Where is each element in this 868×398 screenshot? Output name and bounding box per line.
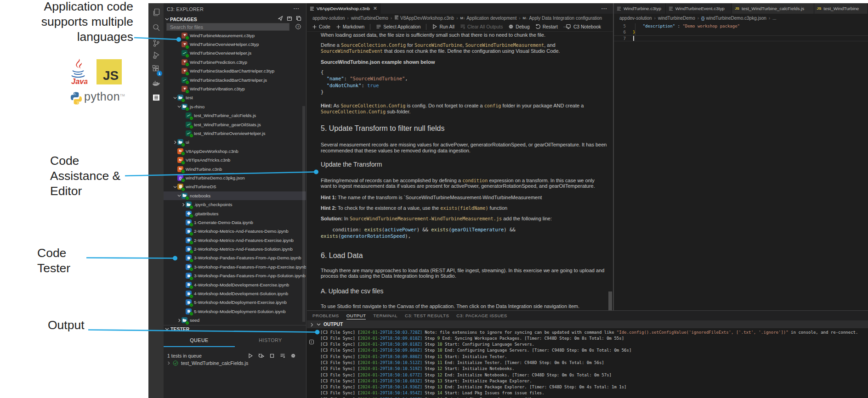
- breadcrumb-item[interactable]: appdev-solution: [619, 16, 652, 21]
- tree-item[interactable]: WindTurbineOverviewHelper.js: [164, 49, 306, 57]
- chevron-down-icon[interactable]: [176, 105, 182, 108]
- tree-item[interactable]: WindTurbinePrediction.c3typ: [164, 58, 306, 67]
- tree-item[interactable]: windTurbineDS: [164, 182, 306, 191]
- chevron-right-icon[interactable]: [181, 203, 186, 207]
- tree-item[interactable]: 2-Workshop-Metrics-And-Features-Solution…: [164, 245, 306, 253]
- toolbar-run-all-button[interactable]: Run All: [432, 24, 454, 29]
- close-icon[interactable]: ✕: [373, 6, 377, 11]
- panel-tab-c3-test-results[interactable]: C3: TEST RESULTS: [405, 311, 449, 320]
- copy-icon[interactable]: [296, 16, 301, 22]
- code-editor[interactable]: 5 "description" : "Demo workshop package…: [614, 22, 868, 310]
- tree-item[interactable]: 1-Generate-Demo-Data.ipynb: [164, 218, 306, 227]
- extensions-icon[interactable]: 1: [148, 63, 164, 75]
- toolbar-debug-button[interactable]: Debug: [508, 24, 529, 29]
- clear-list-icon[interactable]: [280, 353, 285, 359]
- chevron-down-icon[interactable]: [172, 96, 177, 100]
- tab-v8appdevworkshop[interactable]: V8AppDevWorkshop.c3nb ✕: [307, 3, 380, 14]
- ds-file-icon: [177, 184, 183, 190]
- chevron-right-icon[interactable]: [172, 140, 177, 144]
- docker-icon[interactable]: [148, 77, 164, 89]
- tab-test-windturbine[interactable]: JStest_WindTurbine: [814, 3, 868, 14]
- tab-history[interactable]: HISTORY: [235, 333, 306, 347]
- toolbar-select-application-button[interactable]: Select Application: [376, 24, 420, 29]
- tree-item[interactable]: 2-Workshop-Metrics-And-Features-Exercise…: [164, 235, 306, 244]
- chevron-right-icon[interactable]: [176, 319, 182, 322]
- help-icon[interactable]: ?: [295, 24, 301, 30]
- tree-item[interactable]: WindTurbineOverviewHelper.c3typ: [164, 40, 306, 49]
- tree-item[interactable]: 3-Workshop-Pandas-Features-From-App-Demo…: [164, 253, 306, 262]
- tree-item[interactable]: .gitattributes: [164, 209, 306, 218]
- panel-tab-output[interactable]: OUTPUT: [346, 311, 366, 320]
- tab-queue[interactable]: QUEUE: [164, 333, 235, 347]
- tree-item[interactable]: test_WindTurbineOverviewHelper.js: [164, 129, 306, 138]
- search-input[interactable]: Search for files: [166, 23, 289, 31]
- chevron-down-icon[interactable]: [176, 194, 182, 197]
- tree-item[interactable]: test_WindTurbine_calcFields.js: [164, 111, 306, 120]
- output-section-header[interactable]: OUTPUT: [307, 320, 868, 328]
- tree-item[interactable]: {}windTurbineDemo.c3pkg.json: [164, 174, 306, 182]
- toolbar-clear-all-outputs-button[interactable]: Clear All Outputs: [460, 24, 503, 29]
- breadcrumb-item[interactable]: V8AppDevWorkshop.c3nb: [394, 15, 454, 21]
- tree-item[interactable]: WindTurbineVibration.c3typ: [164, 84, 306, 93]
- breadcrumb-item[interactable]: ...: [772, 16, 776, 21]
- tab-test-windturbine-calcfields-js[interactable]: JStest_WindTurbine_calcFields.js: [732, 3, 814, 14]
- rerun-icon[interactable]: [258, 353, 264, 359]
- tree-item[interactable]: 5-Workshop-ModelDeployment-Exercise.ipyn…: [164, 298, 306, 307]
- breadcrumb-item[interactable]: {}windTurbineDemo.c3pkg.json: [701, 16, 766, 21]
- sidebar-more-actions-icon[interactable]: ⋯: [293, 5, 300, 12]
- toolbar-markdown-button[interactable]: Markdown: [336, 24, 365, 29]
- deploy-icon[interactable]: [278, 16, 283, 22]
- explorer-icon[interactable]: [148, 6, 164, 18]
- editor-scrollbar[interactable]: [608, 291, 612, 310]
- package-icon[interactable]: [287, 16, 292, 22]
- run-debug-icon[interactable]: [148, 49, 164, 61]
- play-icon[interactable]: [248, 353, 253, 359]
- tester-queue-item[interactable]: test_WindTurbine_calcFields.js: [164, 359, 306, 367]
- tree-item[interactable]: ui: [164, 138, 306, 146]
- tree-item[interactable]: 2-Workshop-Metrics-And-Features-Demo.ipy…: [164, 227, 306, 235]
- panel-tab-problems[interactable]: PROBLEMS: [312, 311, 339, 320]
- c3-icon[interactable]: [148, 91, 164, 103]
- output-log[interactable]: [C3 File Sync] [2024-01-29T18:50:03.720Z…: [307, 328, 868, 398]
- tree-item[interactable]: test: [164, 93, 306, 102]
- gear-icon[interactable]: [290, 353, 296, 359]
- breadcrumb-item[interactable]: appdev-solution: [312, 16, 345, 21]
- search-icon[interactable]: [148, 22, 164, 34]
- tab-windturbineevent-c3typ[interactable]: WindTurbineEvent.c3typ: [666, 3, 732, 14]
- panel-tab-terminal[interactable]: TERMINAL: [373, 311, 397, 320]
- toolbar-restart-button[interactable]: Restart: [535, 24, 558, 29]
- tree-item[interactable]: WindTurbineStackedBarChartHelper.c3typ: [164, 67, 306, 75]
- tester-section-header[interactable]: TESTER: [164, 325, 306, 332]
- markdown-paragraph-line: SourceCollection.Config sub-folder.: [321, 109, 411, 114]
- source-control-icon[interactable]: [148, 37, 164, 49]
- tree-item[interactable]: js-rhino: [164, 102, 306, 111]
- tree-item[interactable]: NWindTurbine.c3nb: [164, 164, 306, 173]
- chevron-down-icon[interactable]: [172, 185, 177, 189]
- sidebar-scrollbar[interactable]: [302, 106, 305, 322]
- tree-item[interactable]: WindTurbineMeasurement.c3typ: [164, 31, 306, 40]
- tree-item[interactable]: 4-Workshop-ModelDevelopment-Solution.ipy…: [164, 289, 306, 298]
- tree-item[interactable]: NV8TipsAndTricks.c3nb: [164, 156, 306, 164]
- editor-actions-icon[interactable]: ⋯: [601, 3, 607, 14]
- tree-item[interactable]: 3-Workshop-Pandas-Features-From-App-Exer…: [164, 263, 306, 271]
- toolbar-c3-notebook-kernel-button[interactable]: C3 Notebook: [566, 24, 601, 29]
- tree-item[interactable]: 4-Workshop-ModelDevelopment-Exercise.ipy…: [164, 280, 306, 289]
- tree-item[interactable]: NV8AppDevWorkshop.c3nb: [164, 147, 306, 156]
- chevron-right-icon[interactable]: [310, 322, 314, 328]
- tab-windturbine-c3typ[interactable]: WindTurbine.c3typ: [614, 3, 666, 14]
- tree-item[interactable]: 3-Workshop-Pandas-Features-From-App-Solu…: [164, 271, 306, 280]
- tree-item[interactable]: test_WindTurbine_gearOilStats.js: [164, 120, 306, 129]
- tree-item[interactable]: WindTurbineStackedBarChartHelper.js: [164, 75, 306, 84]
- tree-item[interactable]: seed: [164, 316, 306, 325]
- packages-section-header[interactable]: PACKAGES: [164, 15, 306, 23]
- breadcrumb-item[interactable]: M↓Application development: [460, 16, 517, 21]
- toolbar-code-button[interactable]: Code: [312, 24, 330, 29]
- tree-item[interactable]: 5-Workshop-ModelDeployment-Solution.ipyn…: [164, 307, 306, 316]
- panel-tab-c3-package-issues[interactable]: C3: PACKAGE ISSUES: [456, 311, 507, 320]
- stop-icon[interactable]: [269, 353, 275, 359]
- breadcrumb-item[interactable]: M↓Apply Data Integration configuration: [523, 16, 602, 21]
- tree-item[interactable]: .ipynb_checkpoints: [164, 200, 306, 209]
- breadcrumb-item[interactable]: windTurbineDemo: [658, 16, 695, 21]
- breadcrumb-item[interactable]: windTurbineDemo: [351, 16, 388, 21]
- tree-item[interactable]: notebooks: [164, 191, 306, 200]
